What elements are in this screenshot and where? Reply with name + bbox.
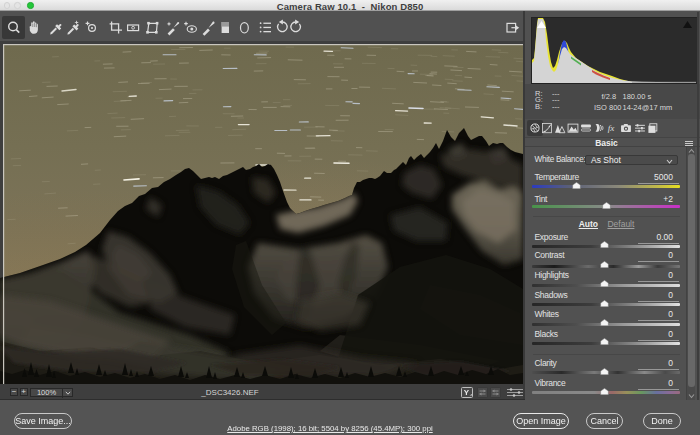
svg-text:Y: Y [464, 388, 470, 397]
svg-text:fx: fx [608, 124, 616, 134]
